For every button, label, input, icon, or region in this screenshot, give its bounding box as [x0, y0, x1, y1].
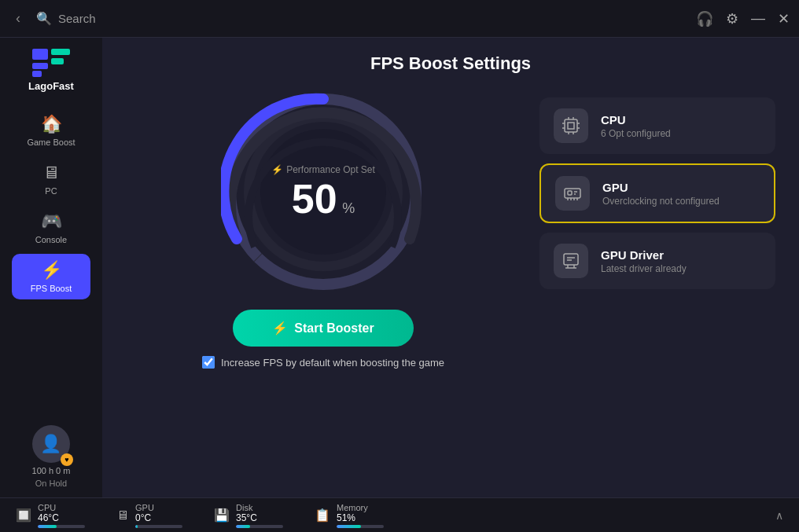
svg-rect-3: [32, 63, 48, 69]
gpu-status-value: 0°C: [135, 512, 182, 523]
fps-boost-icon: ⚡: [41, 260, 62, 281]
cpu-status-icon: 🔲: [16, 508, 31, 523]
sidebar-bottom: 👤 ♥ 100 h 0 m On Hold: [32, 425, 71, 488]
gpu-status-label: GPU: [135, 503, 182, 512]
gpu-status-icon: 🖥: [116, 508, 129, 523]
cpu-status-info: CPU 46°C: [38, 503, 85, 528]
gpu-driver-card-content: GPU Driver Latest driver already: [601, 248, 687, 274]
minimize-button[interactable]: —: [751, 10, 765, 27]
content-body: ⚡ Performance Opt Set 50 % ⚡ Start Boost…: [126, 90, 775, 497]
cpu-status-bar: [38, 525, 85, 528]
cards-section: CPU 6 Opt configured: [539, 90, 775, 497]
user-avatar[interactable]: 👤 ♥: [32, 425, 70, 463]
memory-status-bar: [337, 525, 384, 528]
gpu-status-info: GPU 0°C: [135, 503, 182, 528]
disk-status-label: Disk: [236, 503, 283, 512]
lightning-icon: ⚡: [271, 164, 283, 175]
cpu-card-icon: [554, 108, 588, 143]
search-icon: 🔍: [36, 11, 52, 26]
gpu-card-content: GPU Overclocking not configured: [602, 181, 720, 207]
fps-checkbox-label: Increase FPS by default when boosting th…: [221, 357, 444, 369]
disk-status-bar: [236, 525, 283, 528]
gauge-value: 50: [292, 176, 337, 222]
gpu-card-icon: [555, 176, 590, 211]
gpu-card-subtitle: Overclocking not configured: [602, 196, 720, 207]
search-bar[interactable]: 🔍 Search: [36, 11, 696, 26]
gpu-driver-card-subtitle: Latest driver already: [601, 263, 687, 274]
content-area: FPS Boost Settings: [102, 38, 799, 497]
settings-icon[interactable]: ⚙: [726, 10, 738, 28]
status-item-memory: 📋 Memory 51%: [315, 503, 384, 528]
cpu-card-title: CPU: [601, 113, 671, 127]
svg-rect-1: [51, 49, 70, 55]
sidebar-label-game-boost: Game Boost: [27, 138, 75, 147]
headset-icon[interactable]: 🎧: [696, 10, 713, 28]
gauge-container: ⚡ Performance Opt Set 50 %: [221, 90, 425, 294]
disk-status-info: Disk 35°C: [236, 503, 283, 528]
game-boost-icon: 🏠: [41, 114, 62, 134]
start-booster-button[interactable]: ⚡ Start Booster: [233, 310, 413, 347]
memory-status-value: 51%: [337, 512, 384, 523]
user-badge: ♥: [61, 453, 73, 466]
cpu-status-label: CPU: [38, 503, 85, 512]
topbar: ‹ 🔍 Search 🎧 ⚙ — ✕: [0, 0, 799, 38]
memory-status-fill: [337, 525, 361, 528]
gauge-section: ⚡ Performance Opt Set 50 % ⚡ Start Boost…: [126, 90, 521, 497]
fps-checkbox[interactable]: [202, 356, 215, 369]
sidebar-item-fps-boost[interactable]: ⚡ FPS Boost: [12, 254, 90, 299]
main-layout: LagoFast 🏠 Game Boost 🖥 PC 🎮 Console ⚡ F…: [0, 38, 799, 497]
cpu-card-subtitle: 6 Opt configured: [601, 128, 671, 139]
start-label: Start Booster: [294, 321, 374, 336]
gauge-label: ⚡ Performance Opt Set: [271, 164, 375, 175]
sidebar: LagoFast 🏠 Game Boost 🖥 PC 🎮 Console ⚡ F…: [0, 38, 102, 497]
status-item-cpu: 🔲 CPU 46°C: [16, 503, 85, 528]
logo-icon: [31, 47, 72, 79]
sidebar-label-pc: PC: [45, 186, 57, 196]
gauge-value-row: 50 %: [292, 178, 355, 219]
svg-rect-0: [32, 49, 48, 60]
sidebar-item-console[interactable]: 🎮 Console: [12, 205, 90, 251]
gpu-card-title: GPU: [602, 181, 720, 194]
svg-rect-9: [565, 119, 577, 132]
user-status: On Hold: [35, 479, 67, 488]
cpu-card-content: CPU 6 Opt configured: [601, 113, 671, 139]
cpu-card[interactable]: CPU 6 Opt configured: [539, 97, 775, 154]
memory-status-info: Memory 51%: [337, 503, 384, 528]
memory-status-label: Memory: [337, 503, 384, 512]
close-button[interactable]: ✕: [778, 10, 790, 28]
topbar-right: 🎧 ⚙ — ✕: [696, 10, 790, 28]
svg-rect-27: [564, 254, 578, 265]
start-icon: ⚡: [272, 321, 288, 336]
chevron-up-icon[interactable]: ∧: [775, 509, 783, 522]
logo-text: LagoFast: [28, 80, 74, 92]
statusbar: 🔲 CPU 46°C 🖥 GPU 0°C 💾 Disk 35°C: [0, 497, 799, 532]
sidebar-item-pc[interactable]: 🖥 PC: [12, 156, 90, 202]
sidebar-label-fps-boost: FPS Boost: [31, 284, 72, 293]
cpu-status-fill: [38, 525, 57, 528]
console-icon: 🎮: [41, 211, 62, 232]
search-label: Search: [58, 12, 96, 25]
gpu-card[interactable]: GPU Overclocking not configured: [539, 163, 775, 223]
svg-rect-19: [565, 189, 580, 198]
svg-rect-2: [51, 58, 64, 64]
gpu-status-bar: [135, 525, 182, 528]
checkbox-row: Increase FPS by default when boosting th…: [202, 356, 444, 369]
svg-rect-20: [568, 191, 572, 195]
memory-status-icon: 📋: [315, 508, 330, 523]
gpu-status-fill: [135, 525, 138, 528]
status-item-disk: 💾 Disk 35°C: [214, 503, 283, 528]
disk-status-fill: [236, 525, 250, 528]
svg-rect-4: [32, 71, 42, 77]
gpu-driver-card[interactable]: GPU Driver Latest driver already: [539, 233, 775, 289]
svg-rect-10: [568, 123, 574, 129]
disk-status-value: 35°C: [236, 512, 283, 523]
logo-area: LagoFast: [28, 47, 74, 92]
user-time: 100 h 0 m: [32, 466, 71, 475]
sidebar-item-game-boost[interactable]: 🏠 Game Boost: [12, 108, 90, 153]
cpu-status-value: 46°C: [38, 512, 85, 523]
back-button[interactable]: ‹: [9, 7, 27, 30]
gpu-driver-card-title: GPU Driver: [601, 248, 687, 262]
pc-icon: 🖥: [42, 163, 60, 183]
disk-status-icon: 💾: [214, 508, 230, 523]
gauge-inner: ⚡ Performance Opt Set 50 %: [271, 164, 375, 219]
